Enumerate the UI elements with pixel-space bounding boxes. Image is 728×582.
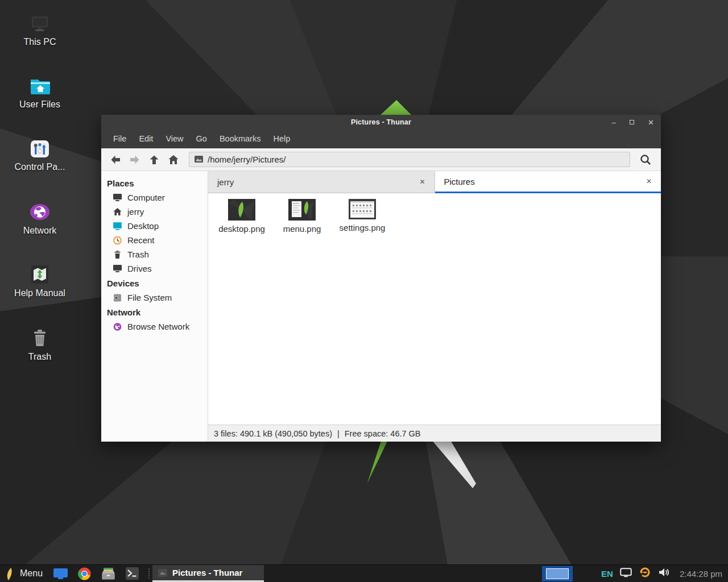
taskbar: Menu Pictures - Thunar — [0, 564, 728, 582]
sidebar-item-desktop[interactable]: Desktop — [101, 219, 208, 233]
up-icon — [150, 155, 159, 164]
home-button[interactable] — [164, 151, 183, 168]
status-files-summary: 3 files: 490.1 kB (490,050 bytes) — [214, 429, 332, 438]
desktop-icon-label: Control Pa... — [15, 162, 65, 172]
tab-close-icon[interactable]: ✕ — [646, 177, 652, 185]
tab-close-icon[interactable]: ✕ — [419, 178, 425, 186]
sidebar-item-label: File System — [127, 293, 172, 302]
sidebar-item-recent[interactable]: Recent — [101, 233, 208, 247]
clock[interactable]: 2:44:28 pm — [680, 569, 722, 579]
update-manager-icon[interactable] — [639, 566, 651, 581]
sidebar-header-network: Network — [101, 305, 208, 319]
menu-view[interactable]: View — [159, 130, 189, 148]
desktop-icon-label: Help Manual — [14, 288, 65, 298]
forward-button[interactable] — [125, 151, 144, 168]
window-titlebar[interactable]: Pictures - Thunar – ✕ — [101, 115, 661, 130]
sidebar-item-label: Desktop — [127, 221, 159, 231]
home-icon — [113, 207, 122, 216]
sidebar-item-label: Trash — [127, 250, 149, 259]
file-settings-png[interactable]: settings.png — [333, 199, 391, 232]
sidebar-item-home-jerry[interactable]: jerry — [101, 205, 208, 219]
volume-icon[interactable] — [658, 567, 670, 580]
menu-bookmarks[interactable]: Bookmarks — [213, 130, 267, 148]
filesystem-icon — [113, 293, 122, 302]
menu-file[interactable]: File — [107, 130, 133, 148]
desktop-icon-trash[interactable]: Trash — [0, 329, 80, 362]
terminal-launcher[interactable] — [126, 567, 139, 580]
menu-help[interactable]: Help — [267, 130, 296, 148]
sidebar-item-label: Recent — [127, 235, 155, 245]
menu-edit[interactable]: Edit — [133, 130, 159, 148]
trash-icon — [113, 250, 122, 259]
sidebar-item-label: Drives — [127, 264, 152, 273]
show-desktop-launcher[interactable] — [53, 568, 68, 579]
file-list-view[interactable]: desktop.png menu.png — [208, 193, 661, 425]
image-thumbnail-menu — [288, 199, 316, 221]
sidebar-item-trash[interactable]: Trash — [101, 247, 208, 261]
app-menu-button[interactable]: Menu — [0, 565, 48, 582]
task-button-thunar[interactable]: Pictures - Thunar — [152, 565, 264, 582]
file-name: desktop.png — [218, 224, 265, 234]
keyboard-layout-indicator[interactable]: EN — [601, 569, 613, 579]
sidebar-header-places: Places — [101, 176, 208, 190]
file-menu-png[interactable]: menu.png — [273, 199, 331, 234]
computer-icon — [113, 193, 122, 202]
up-button[interactable] — [144, 151, 164, 168]
desktop-icon-this-pc[interactable]: This PC — [0, 15, 80, 47]
terminal-icon — [126, 567, 139, 580]
trash-icon — [30, 329, 50, 348]
sidebar-item-drives[interactable]: Drives — [101, 261, 208, 276]
chrome-launcher[interactable] — [78, 567, 91, 580]
network-globe-icon — [113, 322, 122, 331]
tab-bar: jerry ✕ Pictures ✕ — [208, 171, 661, 193]
desktop-icon — [53, 568, 68, 579]
toolbar: /home/jerry/Pictures/ — [101, 148, 661, 171]
back-button[interactable] — [106, 151, 125, 168]
search-icon — [642, 155, 648, 162]
file-desktop-png[interactable]: desktop.png — [213, 199, 271, 234]
tab-label: Pictures — [444, 177, 475, 186]
path-bar[interactable]: /home/jerry/Pictures/ — [189, 152, 630, 167]
maximize-icon — [630, 120, 634, 124]
tab-pictures[interactable]: Pictures ✕ — [435, 171, 661, 193]
sidebar-item-file-system[interactable]: File System — [101, 290, 208, 305]
menubar: File Edit View Go Bookmarks Help — [101, 130, 661, 148]
display-tray-icon[interactable] — [620, 568, 632, 580]
sidebar-item-browse-network[interactable]: Browse Network — [101, 319, 208, 334]
close-button[interactable]: ✕ — [648, 119, 654, 126]
desktop-icon-label: This PC — [24, 37, 56, 47]
desktop-icon-control-panel[interactable]: Control Pa... — [0, 140, 80, 172]
sidebar-item-label: Browse Network — [127, 322, 189, 331]
forward-icon — [130, 155, 139, 164]
desktop-icon-user-files[interactable]: User Files — [0, 77, 80, 110]
image-thumbnail-desktop — [228, 199, 255, 221]
maximize-button[interactable] — [630, 120, 634, 124]
desktop-icon-network[interactable]: Network — [0, 202, 80, 236]
tab-jerry[interactable]: jerry ✕ — [208, 171, 435, 193]
home-icon — [169, 155, 179, 164]
sidebar: Places Computer jerry Desktop Recent Tra… — [101, 171, 208, 442]
taskbar-separator-handle[interactable] — [148, 568, 150, 579]
clock-icon — [113, 236, 122, 245]
task-button-label: Pictures - Thunar — [172, 568, 242, 577]
drive-icon — [113, 264, 122, 273]
workspace-1[interactable] — [546, 568, 569, 579]
linux-lite-feather-icon — [5, 567, 15, 580]
sidebar-item-label: Computer — [127, 193, 165, 202]
status-bar: 3 files: 490.1 kB (490,050 bytes) | Free… — [208, 425, 661, 442]
image-thumbnail-settings — [349, 199, 376, 219]
file-manager-launcher[interactable] — [101, 567, 115, 580]
menu-go[interactable]: Go — [190, 130, 213, 148]
map-arrows-icon — [29, 265, 51, 284]
search-button[interactable] — [635, 151, 656, 168]
back-icon — [111, 155, 121, 164]
sidebar-item-computer[interactable]: Computer — [101, 190, 208, 205]
thunar-window-icon — [158, 569, 167, 577]
status-separator: | — [337, 429, 340, 438]
file-name: settings.png — [340, 223, 386, 232]
desktop-icon-help-manual[interactable]: Help Manual — [0, 265, 80, 298]
workspace-pager[interactable] — [542, 566, 573, 581]
minimize-button[interactable]: – — [612, 119, 616, 126]
sliders-icon — [28, 140, 51, 158]
globe-icon — [28, 202, 51, 222]
